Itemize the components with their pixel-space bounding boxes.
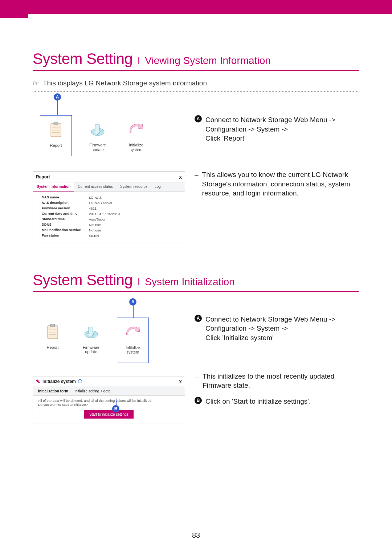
kv-val: Not use	[89, 228, 179, 232]
section2-explain-text: This initializes to the most recently up…	[203, 372, 359, 390]
tile-report-label: Report	[46, 345, 58, 350]
callout-line	[116, 399, 117, 405]
report-tabbar: System information Current access status…	[33, 182, 185, 192]
kv-val: LG-NAS server	[89, 201, 179, 205]
kv-val: 2011.04.27 15:28:31	[89, 212, 179, 216]
init-msg-line1: All of the data will be deleted, and all…	[38, 399, 180, 403]
init-form-label: Initialization form	[38, 389, 74, 393]
callout-badge-a: A	[129, 298, 136, 306]
kv-key: Mail notification service	[42, 228, 85, 232]
section1-title-sub: Viewing System Information	[145, 55, 271, 66]
tile-initialize-label: Initialize system	[126, 346, 140, 355]
report-panel: Report x System information Current acce…	[33, 171, 185, 242]
tile-report[interactable]: Report	[40, 320, 65, 363]
firmware-update-icon	[85, 118, 110, 141]
section2-step-b: B Click on 'Start to initialize settings…	[195, 397, 359, 406]
tile-firmware-label: Firmware update	[83, 345, 99, 354]
section2-step-b-text: Click on 'Start to initialize settings'.	[205, 397, 359, 406]
tile-initialize[interactable]: Initialize system	[123, 118, 149, 156]
tile-initialize-label: Initialize system	[129, 143, 143, 152]
initialize-form-row: Initialization form Initialize setting +…	[33, 387, 185, 396]
initialize-system-icon	[120, 321, 146, 343]
close-icon[interactable]: x	[179, 174, 182, 180]
highlighted-tile-box: A Initialize system	[117, 318, 149, 363]
section1-intro-row: ☞ This displays LG Network Storage syste…	[33, 79, 359, 88]
firmware-update-icon	[78, 320, 104, 343]
section1-heading: System Setting l Viewing System Informat…	[33, 50, 359, 71]
close-icon[interactable]: x	[179, 379, 182, 384]
section2-step-a: A Connect to Network Storage Web Menu ->…	[195, 315, 359, 343]
initialize-panel-header: ✎ Initialize system ⓘ x	[33, 376, 185, 387]
section2-title-sub: System Initialization	[145, 276, 234, 288]
step-badge-a: A	[195, 315, 202, 322]
section2-heading: System Setting l System Initialization	[33, 271, 359, 292]
left-magenta-tab	[0, 0, 28, 18]
section1-tiles: A Report	[40, 115, 185, 156]
section2-step-a-text: Connect to Network Storage Web Menu -> C…	[205, 315, 359, 343]
dotted-separator	[33, 91, 359, 92]
pointer-icon: ☞	[33, 79, 39, 88]
init-form-value: Initialize setting + data	[74, 389, 180, 393]
kv-val: Not use	[89, 223, 179, 227]
section1-step-a-text: Connect to Network Storage Web Menu -> C…	[205, 115, 359, 143]
dash-icon: –	[195, 170, 199, 179]
document-page: System Setting l Viewing System Informat…	[0, 14, 392, 439]
initialize-panel: ✎ Initialize system ⓘ x Initialization f…	[33, 376, 185, 424]
section1-left: A Report	[33, 102, 185, 242]
highlighted-tile-box: Report	[40, 115, 72, 156]
init-msg-line2: Do you want to start to initialize?	[38, 403, 180, 407]
report-icon	[40, 320, 65, 343]
section2-two-col: Report Firmware update A	[33, 307, 359, 424]
section2-title-divider: l	[138, 276, 140, 288]
section1-title-main: System Setting	[33, 50, 132, 68]
section2-tiles: Report Firmware update A	[40, 318, 185, 363]
kv-key: Standard time	[42, 217, 85, 221]
step-badge-b: B	[195, 397, 202, 404]
tab-system-resource[interactable]: System resource	[117, 182, 151, 191]
callout-badge-b: B	[112, 405, 119, 412]
section1-explain-text: This allows you to know the current LG N…	[202, 170, 359, 198]
tile-firmware[interactable]: Firmware update	[78, 320, 104, 363]
kv-key: Current date and time	[42, 212, 85, 216]
initialize-panel-title: Initialize system	[42, 379, 76, 384]
kv-val: 4821	[89, 206, 179, 210]
swirl-icon: ✎	[36, 379, 40, 384]
kv-key: DDNS	[42, 223, 85, 227]
section1-title-divider: l	[138, 55, 140, 66]
callout-badge-a: A	[54, 93, 61, 101]
start-initialize-button[interactable]: Start to initialize settings	[84, 410, 134, 419]
tab-log[interactable]: Log	[151, 182, 164, 191]
initialize-warning: All of the data will be deleted, and all…	[33, 396, 185, 407]
tile-initialize[interactable]: Initialize system	[120, 321, 146, 355]
section2-title-main: System Setting	[33, 271, 132, 289]
tab-current-access-status[interactable]: Current access status	[74, 182, 117, 191]
report-keyvalues: NAS nameLG-NAS NAS descriptionLG-NAS ser…	[33, 192, 185, 240]
kv-key: NAS name	[42, 195, 85, 199]
initialize-system-icon	[123, 118, 149, 141]
section1-step-a: A Connect to Network Storage Web Menu ->…	[195, 115, 359, 143]
report-panel-header: Report x	[33, 172, 185, 182]
section2-left: Report Firmware update A	[33, 307, 185, 424]
svg-rect-7	[50, 324, 55, 327]
svg-rect-1	[54, 122, 58, 125]
dash-icon: –	[195, 372, 199, 381]
section1-right: A Connect to Network Storage Web Menu ->…	[195, 102, 359, 242]
info-icon: ⓘ	[78, 379, 82, 384]
tab-system-information[interactable]: System information	[33, 182, 74, 191]
report-icon	[43, 118, 69, 141]
step-badge-a: A	[195, 115, 202, 122]
callout-b-wrap: B	[112, 405, 119, 412]
section2-explain: – This initializes to the most recently …	[195, 372, 359, 390]
section1-intro-text: This displays LG Network Storage system …	[43, 79, 209, 87]
kv-key: NAS description	[42, 201, 85, 205]
kv-key: Firmware version	[42, 206, 85, 210]
section1-explain: – This allows you to know the current LG…	[195, 170, 359, 198]
tile-firmware-label: Firmware update	[89, 143, 106, 152]
kv-val: SILENT	[89, 234, 179, 238]
section2-right: A Connect to Network Storage Web Menu ->…	[195, 307, 359, 424]
page-number: 83	[0, 531, 392, 540]
tile-firmware[interactable]: Firmware update	[85, 118, 110, 156]
tile-report[interactable]: Report	[43, 118, 69, 148]
kv-val: LG-NAS	[89, 195, 179, 199]
top-magenta-bar	[0, 0, 392, 14]
